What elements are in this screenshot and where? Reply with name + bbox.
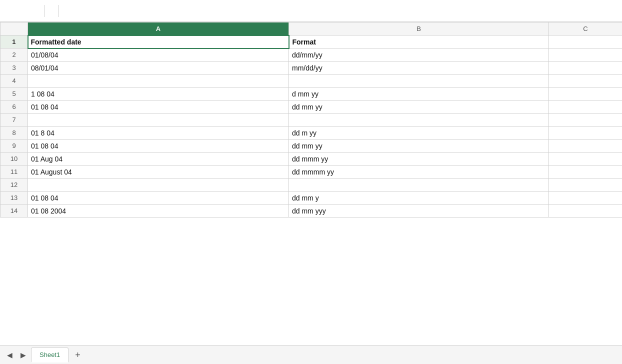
- cell-C6[interactable]: [549, 100, 622, 114]
- formula-divider-2: [58, 5, 59, 17]
- table-row: 7: [0, 114, 622, 126]
- cell-A10[interactable]: 01 Aug 04: [28, 152, 289, 166]
- cell-B13[interactable]: dd mm y: [289, 192, 549, 204]
- cell-C11[interactable]: [549, 166, 622, 178]
- cell-C7[interactable]: [549, 114, 622, 126]
- table-wrapper[interactable]: A B C 1Formatted dateFormat201/08/04dd/m…: [0, 22, 622, 345]
- col-header-B[interactable]: B: [289, 22, 549, 36]
- cell-A7[interactable]: [28, 114, 289, 126]
- confirm-icon[interactable]: [34, 10, 38, 12]
- table-row: 308/01/04mm/dd/yy: [0, 62, 622, 74]
- row-number-12[interactable]: 12: [0, 178, 28, 192]
- row-number-6[interactable]: 6: [0, 100, 28, 114]
- add-sheet-button[interactable]: +: [70, 349, 85, 361]
- cell-B1[interactable]: Format: [289, 36, 549, 48]
- cell-B6[interactable]: dd mm yy: [289, 100, 549, 114]
- cell-B14[interactable]: dd mm yyy: [289, 204, 549, 218]
- cell-C1[interactable]: [549, 36, 622, 48]
- sheet-prev-button[interactable]: ◀: [4, 349, 16, 361]
- table-row: 601 08 04dd mm yy: [0, 100, 622, 114]
- cell-C12[interactable]: [549, 178, 622, 192]
- row-number-10[interactable]: 10: [0, 152, 28, 166]
- table-row: 1401 08 2004dd mm yyy: [0, 204, 622, 218]
- cell-B11[interactable]: dd mmmm yy: [289, 166, 549, 178]
- table-row: 1301 08 04dd mm y: [0, 192, 622, 204]
- sheet-next-button[interactable]: ▶: [18, 349, 29, 361]
- cell-B12[interactable]: [289, 178, 549, 192]
- cell-C14[interactable]: [549, 204, 622, 218]
- table-row: 1101 August 04dd mmmm yy: [0, 166, 622, 178]
- column-header-row: A B C: [0, 22, 622, 36]
- row-number-2[interactable]: 2: [0, 48, 28, 62]
- row-number-11[interactable]: 11: [0, 166, 28, 178]
- table-row: 4: [0, 74, 622, 88]
- cancel-icon[interactable]: [28, 10, 32, 12]
- row-number-8[interactable]: 8: [0, 126, 28, 140]
- sheet-tabs: ◀ ▶ Sheet1 +: [0, 345, 622, 364]
- cell-A13[interactable]: 01 08 04: [28, 192, 289, 204]
- row-number-4[interactable]: 4: [0, 74, 28, 88]
- cell-C9[interactable]: [549, 140, 622, 152]
- cell-B9[interactable]: dd mm yy: [289, 140, 549, 152]
- table-row: 1001 Aug 04dd mmm yy: [0, 152, 622, 166]
- table-row: 51 08 04d mm yy: [0, 88, 622, 100]
- formula-divider: [44, 5, 44, 17]
- cell-B3[interactable]: mm/dd/yy: [289, 62, 549, 74]
- spreadsheet-container: A B C 1Formatted dateFormat201/08/04dd/m…: [0, 22, 622, 345]
- cell-A2[interactable]: 01/08/04: [28, 48, 289, 62]
- table-row: 1Formatted dateFormat: [0, 36, 622, 48]
- row-number-7[interactable]: 7: [0, 114, 28, 126]
- corner-header: [0, 22, 28, 36]
- row-number-1[interactable]: 1: [0, 36, 28, 48]
- cell-A9[interactable]: 01 08 04: [28, 140, 289, 152]
- table-row: 801 8 04dd m yy: [0, 126, 622, 140]
- cell-B4[interactable]: [289, 74, 549, 88]
- table-row: 12: [0, 178, 622, 192]
- cell-A3[interactable]: 08/01/04: [28, 62, 289, 74]
- cell-C10[interactable]: [549, 152, 622, 166]
- cell-A5[interactable]: 1 08 04: [28, 88, 289, 100]
- cell-C8[interactable]: [549, 126, 622, 140]
- cell-C4[interactable]: [549, 74, 622, 88]
- col-header-C[interactable]: C: [549, 22, 622, 36]
- cell-A6[interactable]: 01 08 04: [28, 100, 289, 114]
- table-row: 201/08/04dd/mm/yy: [0, 48, 622, 62]
- cell-A11[interactable]: 01 August 04: [28, 166, 289, 178]
- cell-B7[interactable]: [289, 114, 549, 126]
- cell-A14[interactable]: 01 08 2004: [28, 204, 289, 218]
- cell-C13[interactable]: [549, 192, 622, 204]
- cell-A12[interactable]: [28, 178, 289, 192]
- col-header-A[interactable]: A: [28, 22, 289, 36]
- row-number-3[interactable]: 3: [0, 62, 28, 74]
- cell-B5[interactable]: d mm yy: [289, 88, 549, 100]
- cell-C3[interactable]: [549, 62, 622, 74]
- cell-A1[interactable]: Formatted date: [28, 36, 289, 48]
- formula-bar-controls: [28, 10, 38, 12]
- row-number-9[interactable]: 9: [0, 140, 28, 152]
- cell-B10[interactable]: dd mmm yy: [289, 152, 549, 166]
- row-number-13[interactable]: 13: [0, 192, 28, 204]
- formula-bar: [0, 0, 622, 22]
- cell-A4[interactable]: [28, 74, 289, 88]
- table-row: 901 08 04dd mm yy: [0, 140, 622, 152]
- cell-A8[interactable]: 01 8 04: [28, 126, 289, 140]
- sheet-table: A B C 1Formatted dateFormat201/08/04dd/m…: [0, 22, 622, 218]
- cell-C2[interactable]: [549, 48, 622, 62]
- cell-B2[interactable]: dd/mm/yy: [289, 48, 549, 62]
- cell-B8[interactable]: dd m yy: [289, 126, 549, 140]
- cell-C5[interactable]: [549, 88, 622, 100]
- sheet-tab-sheet1[interactable]: Sheet1: [31, 348, 68, 362]
- row-number-14[interactable]: 14: [0, 204, 28, 218]
- row-number-5[interactable]: 5: [0, 88, 28, 100]
